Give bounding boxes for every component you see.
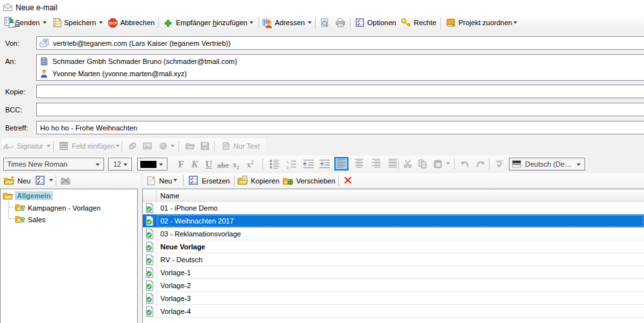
svg-text:1.: 1. — [286, 160, 290, 164]
svg-text:2.: 2. — [286, 165, 290, 169]
